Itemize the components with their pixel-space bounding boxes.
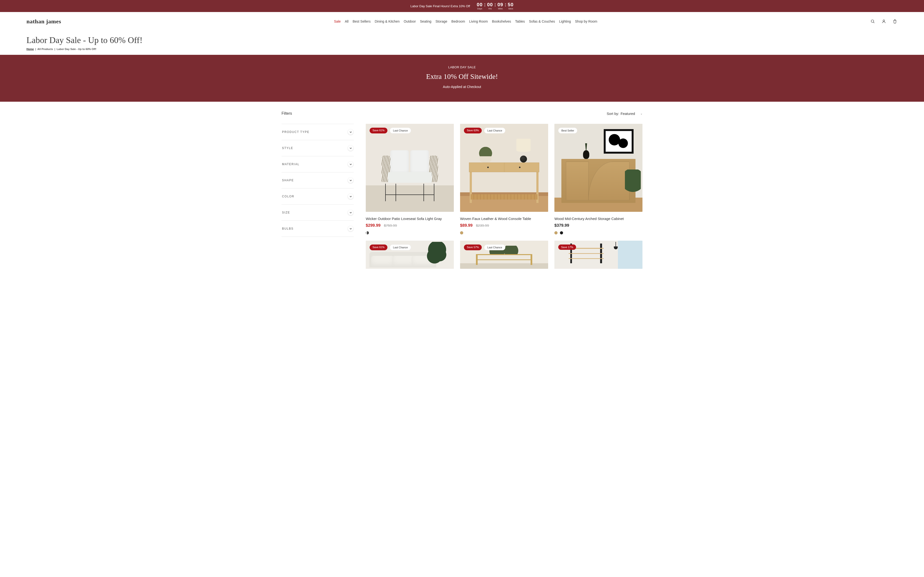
primary-nav: SaleAllBest SellersDining & KitchenOutdo… [334,19,597,23]
chevron-down-icon [348,145,353,151]
swatch-row [366,231,454,234]
product-image[interactable]: Save 57%Last Chance [460,241,548,269]
product-card[interactable]: Save 57%Last Chance [460,241,548,269]
compare-price: $759.99 [384,223,397,227]
color-swatch[interactable] [460,231,463,234]
product-card[interactable]: Save 61%Last Chance Wicker Outdoor Patio… [366,124,454,234]
filter-facet: STYLE [281,140,354,156]
announcement-bar: Labor Day Sale Final Hours! Extra 10% Of… [0,0,924,12]
nav-link[interactable]: All [345,19,349,23]
countdown-hours: 00 Hrs [487,2,493,10]
breadcrumb-home[interactable]: Home [26,48,34,50]
nav-link[interactable]: Lighting [559,19,571,23]
nav-link[interactable]: Bedroom [451,19,465,23]
price: $299.99 [366,223,380,228]
facet-toggle[interactable]: STYLE [281,140,354,156]
countdown-seconds: 50 Secs [508,2,514,10]
brand-logo[interactable]: nathan james [26,18,61,25]
swatch-row [460,231,548,234]
nav-link[interactable]: Seating [420,19,431,23]
price-row: $379.99 [554,223,643,228]
compare-price: $239.99 [476,223,489,227]
chevron-down-icon [348,210,353,215]
nav-link[interactable]: Storage [436,19,447,23]
countdown-days: 00 Days [477,2,483,10]
countdown-minutes: 09 Mins [498,2,503,10]
status-badge: Last Chance [390,128,411,134]
nav-link[interactable]: Dining & Kitchen [375,19,400,23]
status-badge: Best Seller [558,128,577,134]
chevron-down-icon [348,194,353,199]
filter-facet: PRODUCT TYPE [281,124,354,140]
svg-point-2 [883,20,885,21]
color-swatch[interactable] [554,231,557,234]
color-swatch[interactable] [560,231,563,234]
site-header: nathan james SaleAllBest SellersDining &… [0,12,924,31]
facet-toggle[interactable]: PRODUCT TYPE [281,124,354,140]
facet-label: PRODUCT TYPE [282,130,309,134]
cart-icon[interactable] [892,19,898,24]
price: $89.99 [460,223,473,228]
facet-toggle[interactable]: BULBS [281,221,354,237]
save-badge: Save 57% [464,245,482,250]
price-row: $89.99 $239.99 [460,223,548,228]
nav-link[interactable]: Sofas & Couches [529,19,555,23]
nav-link[interactable]: Bookshelves [492,19,511,23]
chevron-down-icon [348,161,353,167]
chevron-down-icon: ⌄ [640,112,643,115]
nav-link[interactable]: Best Sellers [352,19,371,23]
facet-toggle[interactable]: SIZE [281,205,354,221]
chevron-down-icon [348,129,353,135]
collection-toolbar: Filters Sort by: Featured ⌄ [281,111,643,116]
product-image[interactable]: Save 17% [554,241,643,269]
nav-link[interactable]: Outdoor [404,19,416,23]
account-icon[interactable] [881,19,887,24]
price: $379.99 [554,223,569,228]
chevron-down-icon [348,226,353,231]
sort-prefix: Sort by: [607,111,619,116]
filter-facet: BULBS [281,221,354,237]
save-badge: Save 17% [558,245,576,250]
svg-line-1 [874,22,874,23]
search-icon[interactable] [870,19,876,24]
nav-link[interactable]: Tables [515,19,525,23]
header-actions [870,19,898,24]
announcement-text: Labor Day Sale Final Hours! Extra 10% Of… [410,4,470,8]
product-image[interactable]: Save 61%Last Chance [366,124,454,212]
filter-sidebar: PRODUCT TYPE STYLE MATERIAL SHAPE COLOR [281,124,354,269]
facet-toggle[interactable]: MATERIAL [281,156,354,172]
facet-toggle[interactable]: SHAPE [281,172,354,188]
svg-point-0 [871,20,874,23]
product-card[interactable]: Save 63%Last Chance Woven Faux Leather &… [460,124,548,234]
status-badge: Last Chance [484,245,505,250]
save-badge: Save 61% [370,245,388,250]
product-card[interactable]: Save 17% [554,241,643,269]
chevron-down-icon [348,178,353,183]
page-title: Labor Day Sale - Up to 60% Off! [26,35,898,45]
filter-facet: SHAPE [281,172,354,189]
product-title: Wicker Outdoor Patio Loveseat Sofa Light… [366,217,454,221]
facet-toggle[interactable]: COLOR [281,189,354,205]
nav-link[interactable]: Living Room [469,19,488,23]
product-card[interactable]: Best Seller Wood Mid-Century Arched Stor… [554,124,643,234]
filter-facet: SIZE [281,205,354,221]
color-swatch[interactable] [366,231,369,234]
product-title: Woven Faux Leather & Wood Console Table [460,217,548,221]
hero-title: Extra 10% Off Sitewide! [0,73,924,81]
sort-dropdown[interactable]: Sort by: Featured ⌄ [607,111,643,116]
facet-label: BULBS [282,227,294,230]
breadcrumb: Home | All Products | Labor Day Sale - U… [26,48,898,50]
price-row: $299.99 $759.99 [366,223,454,228]
breadcrumb-all: All Products [37,48,53,50]
page-heading: Labor Day Sale - Up to 60% Off! Home | A… [0,31,924,52]
nav-link[interactable]: Shop by Room [575,19,598,23]
collection-content: Filters Sort by: Featured ⌄ PRODUCT TYPE… [255,102,669,288]
nav-link[interactable]: Sale [334,19,341,23]
facet-label: MATERIAL [282,163,300,166]
product-image[interactable]: Save 61%Last Chance [366,241,454,269]
breadcrumb-current: Labor Day Sale - Up to 60% Off! [57,48,96,50]
swatch-row [554,231,643,234]
product-image[interactable]: Save 63%Last Chance [460,124,548,212]
product-card[interactable]: Save 61%Last Chance [366,241,454,269]
product-image[interactable]: Best Seller [554,124,643,212]
